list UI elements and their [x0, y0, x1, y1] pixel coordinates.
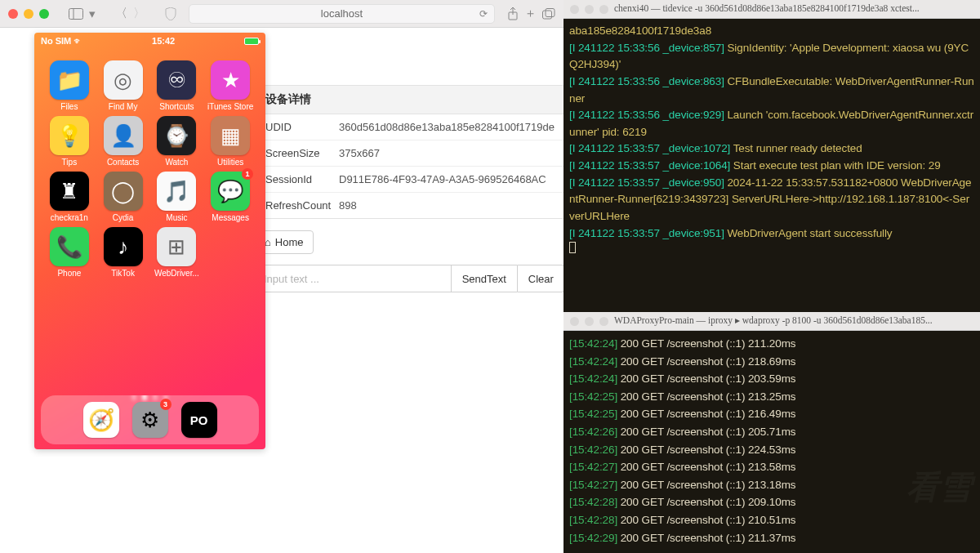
app-icon-phone[interactable]: 📞Phone [42, 227, 96, 278]
text-input[interactable] [255, 265, 451, 292]
window-close-button[interactable] [8, 9, 18, 19]
clear-button[interactable]: Clear [517, 265, 565, 292]
dock-app-icon[interactable]: 🧭 [83, 402, 119, 438]
terminal-title: WDAProxyPro-main — iproxy ▸ wdaproxy -p … [614, 314, 973, 328]
app-icon-music[interactable]: 🎵Music [150, 172, 204, 222]
carrier-text: No SIM [41, 36, 71, 46]
sidebar-toggle-icon[interactable] [69, 8, 83, 20]
app-label: Find My [109, 102, 138, 111]
battery-icon [244, 38, 259, 45]
svg-rect-5 [546, 8, 555, 16]
app-label: Contacts [107, 158, 139, 167]
app-label: Phone [57, 269, 81, 278]
back-button[interactable]: 〈 [115, 6, 127, 21]
detail-value: 375x667 [339, 147, 555, 159]
device-details-panel: 设备详情 UDID360d561d08d86e13aba185e8284100f… [255, 85, 565, 219]
detail-key: UDID [265, 121, 339, 133]
dock-app-icon[interactable]: PO [181, 402, 217, 438]
app-icon-utilities[interactable]: ▦Utilities [203, 116, 257, 167]
terminal-title: chenxi40 — tidevice -u 360d561d08d86e13a… [614, 2, 973, 16]
detail-row: RefreshCount898 [256, 192, 564, 218]
tabs-icon[interactable] [542, 8, 555, 20]
safari-toolbar: ▾ 〈 〉 localhost ⟳ ＋ [0, 0, 564, 28]
terminal-output[interactable]: [15:42:24] 200 GET /screenshot (::1) 211… [564, 331, 980, 551]
detail-key: ScreenSize [265, 147, 339, 159]
term-zoom-button[interactable] [599, 5, 608, 14]
term-minimize-button[interactable] [585, 317, 594, 326]
app-label: iTunes Store [207, 102, 253, 111]
term-zoom-button[interactable] [599, 317, 608, 326]
dropdown-icon[interactable]: ▾ [89, 7, 96, 21]
watermark: 看雪 [906, 462, 972, 512]
app-label: Messages [212, 213, 249, 222]
send-text-button[interactable]: SendText [451, 265, 517, 292]
svg-rect-4 [543, 11, 552, 19]
panel-title: 设备详情 [256, 86, 564, 114]
forward-button[interactable]: 〉 [133, 6, 145, 21]
shield-icon[interactable] [165, 7, 176, 20]
app-icon-tips[interactable]: 💡Tips [42, 116, 96, 167]
app-icon-cydia[interactable]: ◯Cydia [96, 172, 150, 222]
status-time: 15:42 [152, 36, 175, 46]
term-close-button[interactable] [570, 317, 579, 326]
app-label: Utilities [217, 158, 243, 167]
detail-row: SessionIdD911E786-4F93-47A9-A3A5-9695264… [256, 166, 564, 192]
device-screenshot: No SIM ᯤ 15:42 📁Files◎Find My♾Shortcuts★… [34, 33, 265, 449]
detail-value: 898 [339, 199, 555, 212]
dock: 🧭⚙3PO [41, 395, 259, 444]
detail-row: ScreenSize375x667 [256, 140, 564, 166]
svg-rect-0 [69, 8, 83, 19]
url-text: localhost [321, 7, 363, 20]
app-icon-checkra1n[interactable]: ♜checkra1n [42, 172, 96, 222]
term-minimize-button[interactable] [585, 5, 594, 14]
dock-app-icon[interactable]: ⚙3 [132, 402, 168, 438]
wifi-icon: ᯤ [74, 36, 82, 46]
app-label: Tips [62, 158, 78, 167]
detail-row: UDID360d561d08d86e13aba185e8284100f1719d… [256, 114, 564, 140]
address-bar[interactable]: localhost ⟳ [189, 4, 495, 24]
detail-value: D911E786-4F93-47A9-A3A5-969526468AC [339, 173, 555, 185]
window-zoom-button[interactable] [39, 9, 49, 19]
app-label: checkra1n [51, 213, 88, 222]
app-icon-tiktok[interactable]: ♪TikTok [96, 227, 150, 278]
terminal-tidevice: chenxi40 — tidevice -u 360d561d08d86e13a… [564, 0, 980, 312]
home-icon: ⌂ [265, 236, 271, 248]
app-label: Cydia [113, 213, 134, 222]
detail-value: 360d561d08d86e13aba185e8284100f1719de [339, 121, 555, 133]
new-tab-icon[interactable]: ＋ [524, 6, 537, 21]
detail-key: RefreshCount [265, 199, 339, 212]
app-icon-shortcuts[interactable]: ♾Shortcuts [150, 60, 204, 111]
app-icon-findmy[interactable]: ◎Find My [96, 60, 150, 111]
app-icon-messages[interactable]: 💬1Messages [203, 172, 257, 222]
app-label: WebDriver... [154, 269, 199, 278]
app-icon-webdriver[interactable]: ⊞WebDriver... [150, 227, 204, 278]
app-label: TikTok [111, 269, 135, 278]
app-label: Watch [165, 158, 188, 167]
app-icon-watch[interactable]: ⌚Watch [150, 116, 204, 167]
app-icon-files[interactable]: 📁Files [42, 60, 96, 111]
term-close-button[interactable] [570, 5, 579, 14]
window-minimize-button[interactable] [24, 9, 33, 19]
terminal-output[interactable]: aba185e8284100f1719de3a8 [I 241122 15:33… [564, 19, 980, 263]
share-icon[interactable] [507, 7, 519, 20]
reload-icon[interactable]: ⟳ [479, 8, 488, 20]
terminal-wdaproxy: WDAProxyPro-main — iproxy ▸ wdaproxy -p … [564, 312, 980, 553]
app-icon-contacts[interactable]: 👤Contacts [96, 116, 150, 167]
app-label: Music [166, 213, 187, 222]
detail-key: SessionId [265, 173, 339, 185]
app-icon-itunesstore[interactable]: ★iTunes Store [203, 60, 257, 111]
app-label: Shortcuts [159, 102, 194, 111]
app-label: Files [60, 102, 78, 111]
